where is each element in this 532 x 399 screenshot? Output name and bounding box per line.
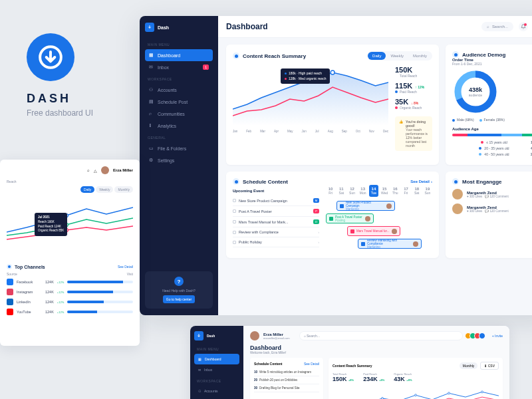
avatar	[392, 229, 397, 234]
upcoming-events-list: Upcoming Event New Store Product Campaig…	[233, 185, 319, 251]
schedule-item[interactable]: Review with Compliance›	[233, 227, 319, 237]
calendar-day[interactable]: 19Sun	[423, 185, 432, 197]
stat-block: Total Reach150K +8%	[332, 372, 354, 382]
dot-icon	[452, 178, 459, 185]
users-icon: ⚇	[149, 87, 154, 92]
dot-icon	[452, 51, 459, 58]
calendar-day[interactable]: 12Sun	[347, 185, 356, 197]
sidebar-item-inbox[interactable]: ✉Inbox1	[145, 61, 213, 73]
mini-line-chart	[332, 385, 499, 399]
export-csv-button[interactable]: ⬇ CSV	[480, 362, 499, 370]
search-icon: ⌕	[487, 25, 489, 29]
calendar-day[interactable]: 18Sat	[412, 185, 422, 197]
bell-icon[interactable]: △	[94, 168, 97, 173]
collaborator-avatars	[467, 332, 485, 339]
avatar	[386, 203, 392, 209]
age-row: 20 - 35 years old40%	[452, 146, 532, 150]
schedule-item[interactable]: New Store Product CampaignM	[233, 196, 319, 206]
sidebar-item-dashboard[interactable]: ▦Dashboard	[194, 354, 239, 364]
gantt-bar[interactable]: New Store Product CampaignMarketing	[336, 201, 395, 211]
calendar-day[interactable]: 11Sat	[336, 185, 346, 197]
performance-note: 👍You're doing good!Your reach performanc…	[395, 116, 432, 151]
sidebar-item-files[interactable]: ▭File & Folders	[145, 142, 213, 154]
schedule-title: Schedule Content	[233, 178, 288, 185]
gantt-bar[interactable]: Mars Travel Manual for...	[347, 226, 400, 236]
avatar[interactable]	[250, 331, 259, 340]
channel-row: LinkedIn124K+12%	[7, 299, 133, 305]
chart-tooltip: 180k · High paid reach 128k · Med organi…	[281, 68, 330, 84]
topbar: Dashboard ⌕Search...	[218, 16, 532, 38]
sidebar-section-workspace: Workspace	[148, 77, 210, 81]
gender-legend: Male (68%)Female (38%)	[452, 118, 532, 122]
gantt-bar[interactable]: Post A Travel PosterPosting	[326, 213, 374, 223]
see-detail-link[interactable]: See Detail›	[410, 180, 432, 184]
sidebar-item-communities[interactable]: ⌕Communities	[145, 108, 213, 120]
task-icon	[340, 204, 344, 208]
tab-monthly[interactable]: Monthly	[408, 52, 432, 60]
help-center-button[interactable]: Go to help center	[163, 295, 195, 303]
brand-subtitle: Free dashboard UI	[27, 108, 93, 118]
chart-tooltip: Jul 2021 Reach 166K Paid Reach 124K Orga…	[35, 213, 67, 236]
brand-name: DASH	[27, 92, 93, 106]
tab-monthly[interactable]: Monthly	[114, 186, 133, 193]
tab-daily[interactable]: Daily	[80, 186, 94, 193]
tab-daily[interactable]: Daily	[368, 52, 386, 60]
search-icon[interactable]: ⌕	[87, 168, 90, 172]
calendar-day[interactable]: 16Thu	[390, 185, 400, 197]
tab-monthly[interactable]: Monthly	[460, 362, 478, 369]
sidebar-item-schedule[interactable]: ▤Schedule Post	[145, 96, 213, 108]
dot-icon	[233, 53, 239, 59]
task-icon	[350, 229, 354, 233]
calendar-day[interactable]: 10Fri	[326, 185, 335, 197]
dot-icon	[233, 178, 239, 185]
schedule-calendar: 10Fri11Sat12Sun13Mon14Tue15Wed16Thu17Fri…	[326, 185, 432, 251]
stat-block: Organic Reach43K +8%	[394, 372, 412, 382]
inbox-icon: ✉	[149, 65, 154, 70]
invite-button[interactable]: + Invite	[492, 334, 503, 338]
channel-row: Instagram124K+12%	[7, 289, 133, 295]
calendar-day[interactable]: 13Mon	[358, 185, 368, 197]
reach-stats: 150KTotal Reach 115K↑ 12%Paid Reach 35K↓…	[395, 66, 432, 151]
calendar-day[interactable]: 17Fri	[401, 185, 410, 197]
schedule-item[interactable]: Public Holiday›	[233, 237, 319, 247]
gantt-bar[interactable]: Review Marketing with ComplianceMarketin…	[358, 239, 422, 249]
sidebar: Dash MAIN MENU ▦Dashboard ✉Inbox1 Worksp…	[140, 16, 218, 315]
task-icon	[361, 242, 365, 246]
search-input[interactable]: ⌕ Search...	[299, 331, 463, 340]
search-input[interactable]: ⌕Search...	[481, 22, 513, 31]
search-icon: ⌕	[149, 111, 154, 116]
engaged-person[interactable]: Margareth Zend♥ 300 Likes💬 120 Comment	[452, 189, 532, 200]
notifications-button[interactable]	[519, 22, 528, 31]
preview-chart: Jul 2021 Reach 166K Paid Reach 124K Orga…	[7, 196, 133, 259]
sidebar-logo[interactable]: Dash	[145, 23, 213, 32]
calendar-day[interactable]: 14Tue	[369, 185, 378, 197]
sidebar-item-dashboard[interactable]: ▦Dashboard	[145, 49, 213, 61]
chart-icon: ⫿	[149, 123, 154, 128]
calendar-day[interactable]: 15Wed	[380, 185, 389, 197]
sidebar-item-accounts[interactable]: ⚇Accounts	[145, 84, 213, 96]
sidebar-item-inbox[interactable]: ✉Inbox	[194, 364, 239, 375]
schedule-item[interactable]: Mars Travel Manual for Mark...D	[233, 217, 319, 227]
tab-weekly[interactable]: Weekly	[386, 52, 408, 60]
avatar[interactable]	[101, 166, 109, 174]
donut-chart: 438kaudience	[452, 68, 499, 115]
grid-icon: ▦	[149, 53, 154, 58]
avatar	[365, 216, 370, 221]
tab-weekly[interactable]: Weekly	[96, 186, 113, 193]
see-detail-link[interactable]: See Detail	[304, 362, 319, 366]
sidebar-item-accounts[interactable]: ⚇Accounts	[194, 386, 239, 396]
schedule-item[interactable]: Post A Travel PosterP	[233, 206, 319, 217]
preview-bottom-panel: Dash MAIN MENU ▦Dashboard ✉Inbox Workspa…	[190, 326, 509, 399]
engaged-person[interactable]: Margareth Zend♥ 300 Likes💬 120 Comment	[452, 203, 532, 214]
sidebar-item-settings[interactable]: ⚙Settings	[145, 154, 213, 166]
thumb-icon: 👍	[399, 120, 403, 148]
sidebar-item-analytics[interactable]: ⫿Analytics	[145, 120, 213, 132]
svg-point-10	[415, 394, 417, 396]
task-icon	[329, 217, 333, 221]
see-detail-link[interactable]: See Detail	[118, 265, 133, 269]
svg-point-12	[481, 391, 483, 393]
preview-left-panel: ⌕ △ Erza Miller Reach Daily Weekly Month…	[0, 160, 140, 346]
sidebar-section-general: General	[148, 136, 210, 140]
stat-block: Paid Reach234K +8%	[363, 372, 384, 382]
sidebar-item-schedule[interactable]: ▤Schedule Post	[194, 396, 239, 399]
